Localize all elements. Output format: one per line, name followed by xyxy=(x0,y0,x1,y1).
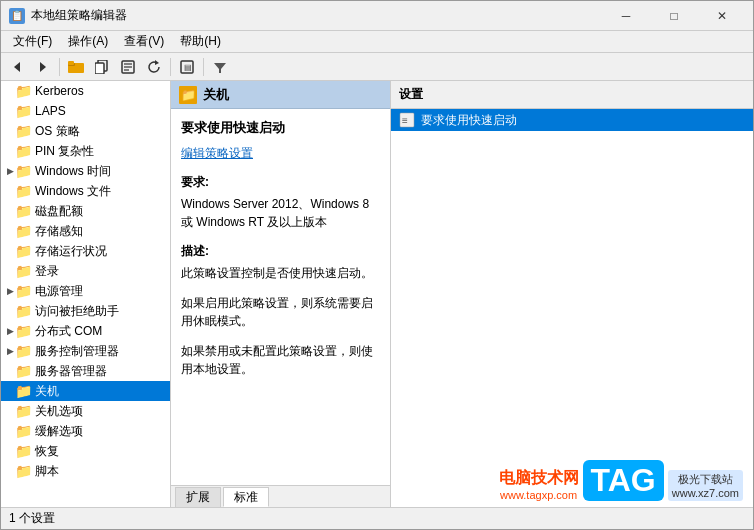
tree-item-dcom[interactable]: ▶ 📁 分布式 COM xyxy=(1,321,170,341)
tree-item-pin[interactable]: 📁 PIN 复杂性 xyxy=(1,141,170,161)
tree-item-scm[interactable]: ▶ 📁 服务控制管理器 xyxy=(1,341,170,361)
close-button[interactable]: ✕ xyxy=(699,4,745,28)
status-text: 1 个设置 xyxy=(9,510,55,527)
main-area: 📁 Kerberos 📁 LAPS 📁 OS 策略 📁 PIN 复杂性 ▶ 📁 xyxy=(1,81,753,507)
tree-item-windows-time[interactable]: ▶ 📁 Windows 时间 xyxy=(1,161,170,181)
folder-icon: 📁 xyxy=(15,263,31,279)
tree-item-shutdown[interactable]: 📁 关机 xyxy=(1,381,170,401)
tree-item-shutdown-options[interactable]: 📁 关机选项 xyxy=(1,401,170,421)
tree-item-mitigation[interactable]: 📁 缓解选项 xyxy=(1,421,170,441)
folder-icon: 📁 xyxy=(15,243,31,259)
filter-button[interactable] xyxy=(208,56,232,78)
tree-item-disk-quota[interactable]: 📁 磁盘配额 xyxy=(1,201,170,221)
folder-icon: 📁 xyxy=(15,283,31,299)
properties-button[interactable] xyxy=(116,56,140,78)
tree-item-laps[interactable]: 📁 LAPS xyxy=(1,101,170,121)
app-icon: 📋 xyxy=(9,8,25,24)
description-label: 描述: xyxy=(181,243,380,260)
forward-button[interactable] xyxy=(31,56,55,78)
folder-icon: 📁 xyxy=(15,363,31,379)
folder-icon: 📁 xyxy=(15,443,31,459)
note1-text: 如果启用此策略设置，则系统需要启用休眠模式。 xyxy=(181,294,380,330)
tree-item-server-manager[interactable]: 📁 服务器管理器 xyxy=(1,361,170,381)
tab-bar: 扩展 标准 xyxy=(171,485,390,507)
tree-pane: 📁 Kerberos 📁 LAPS 📁 OS 策略 📁 PIN 复杂性 ▶ 📁 xyxy=(1,81,171,507)
folder-icon: 📁 xyxy=(15,423,31,439)
window-title: 本地组策略编辑器 xyxy=(31,7,603,24)
folder-icon: 📁 xyxy=(15,143,31,159)
folder-icon: 📁 xyxy=(15,83,31,99)
tree-item-storage-health[interactable]: 📁 存储运行状况 xyxy=(1,241,170,261)
requirements-text: Windows Server 2012、Windows 8 或 Windows … xyxy=(181,195,380,231)
back-button[interactable] xyxy=(5,56,29,78)
copy-button[interactable] xyxy=(90,56,114,78)
svg-text:≡: ≡ xyxy=(402,115,408,126)
title-bar: 📋 本地组策略编辑器 ─ □ ✕ xyxy=(1,1,753,31)
svg-marker-0 xyxy=(14,62,20,72)
tree-item-kerberos[interactable]: 📁 Kerberos xyxy=(1,81,170,101)
settings-header: 设置 xyxy=(391,81,753,109)
svg-text:▤: ▤ xyxy=(184,63,192,72)
middle-content: 要求使用快速启动 编辑策略设置 要求: Windows Server 2012、… xyxy=(171,109,390,485)
settings-item-fast-startup[interactable]: ≡ 要求使用快速启动 xyxy=(391,109,753,131)
menu-help[interactable]: 帮助(H) xyxy=(172,31,229,52)
policy-link[interactable]: 编辑策略设置 xyxy=(181,145,380,162)
requirements-label: 要求: xyxy=(181,174,380,191)
folder-icon: 📁 xyxy=(15,223,31,239)
window-controls: ─ □ ✕ xyxy=(603,4,745,28)
folder-button[interactable] xyxy=(64,56,88,78)
svg-rect-6 xyxy=(95,63,104,74)
tree-item-power[interactable]: ▶ 📁 电源管理 xyxy=(1,281,170,301)
svg-rect-4 xyxy=(68,61,74,65)
section-title: 要求使用快速启动 xyxy=(181,119,380,137)
toolbar-sep-3 xyxy=(203,58,204,76)
tab-extended[interactable]: 扩展 xyxy=(175,487,221,507)
folder-icon: 📁 xyxy=(15,463,31,479)
middle-pane: 📁 关机 要求使用快速启动 编辑策略设置 要求: Windows Server … xyxy=(171,81,391,507)
folder-icon: 📁 xyxy=(15,303,31,319)
tree-item-windows-file[interactable]: 📁 Windows 文件 xyxy=(1,181,170,201)
svg-marker-14 xyxy=(214,63,226,73)
refresh-button[interactable] xyxy=(142,56,166,78)
folder-icon: 📁 xyxy=(15,183,31,199)
tree-item-os[interactable]: 📁 OS 策略 xyxy=(1,121,170,141)
tab-standard[interactable]: 标准 xyxy=(223,487,269,507)
folder-icon: 📁 xyxy=(15,203,31,219)
folder-icon: 📁 xyxy=(15,123,31,139)
menu-bar: 文件(F) 操作(A) 查看(V) 帮助(H) xyxy=(1,31,753,53)
toolbar-sep-1 xyxy=(59,58,60,76)
folder-icon: 📁 xyxy=(15,403,31,419)
main-window: 📋 本地组策略编辑器 ─ □ ✕ 文件(F) 操作(A) 查看(V) 帮助(H) xyxy=(0,0,754,530)
folder-icon: 📁 xyxy=(15,163,31,179)
status-bar: 1 个设置 xyxy=(1,507,753,529)
toolbar: ▤ xyxy=(1,53,753,81)
note2-text: 如果禁用或未配置此策略设置，则使用本地设置。 xyxy=(181,342,380,378)
right-pane: 设置 ≡ 要求使用快速启动 xyxy=(391,81,753,507)
tree-item-storage-sense[interactable]: 📁 存储感知 xyxy=(1,221,170,241)
minimize-button[interactable]: ─ xyxy=(603,4,649,28)
tree-item-access-denied[interactable]: 📁 访问被拒绝助手 xyxy=(1,301,170,321)
tree-item-login[interactable]: 📁 登录 xyxy=(1,261,170,281)
svg-marker-11 xyxy=(155,60,159,65)
description-text: 此策略设置控制是否使用快速启动。 xyxy=(181,264,380,282)
maximize-button[interactable]: □ xyxy=(651,4,697,28)
export-button[interactable]: ▤ xyxy=(175,56,199,78)
settings-item-icon: ≡ xyxy=(399,112,415,128)
folder-icon: 📁 xyxy=(15,343,31,359)
folder-icon: 📁 xyxy=(15,103,31,119)
settings-list: ≡ 要求使用快速启动 xyxy=(391,109,753,507)
folder-icon: 📁 xyxy=(15,383,31,399)
svg-marker-1 xyxy=(40,62,46,72)
menu-file[interactable]: 文件(F) xyxy=(5,31,60,52)
toolbar-sep-2 xyxy=(170,58,171,76)
pane-header-icon: 📁 xyxy=(179,86,197,104)
tree-item-scripts[interactable]: 📁 脚本 xyxy=(1,461,170,481)
menu-view[interactable]: 查看(V) xyxy=(116,31,172,52)
middle-pane-header: 📁 关机 xyxy=(171,81,390,109)
folder-icon: 📁 xyxy=(15,323,31,339)
menu-action[interactable]: 操作(A) xyxy=(60,31,116,52)
tree-item-recovery[interactable]: 📁 恢复 xyxy=(1,441,170,461)
